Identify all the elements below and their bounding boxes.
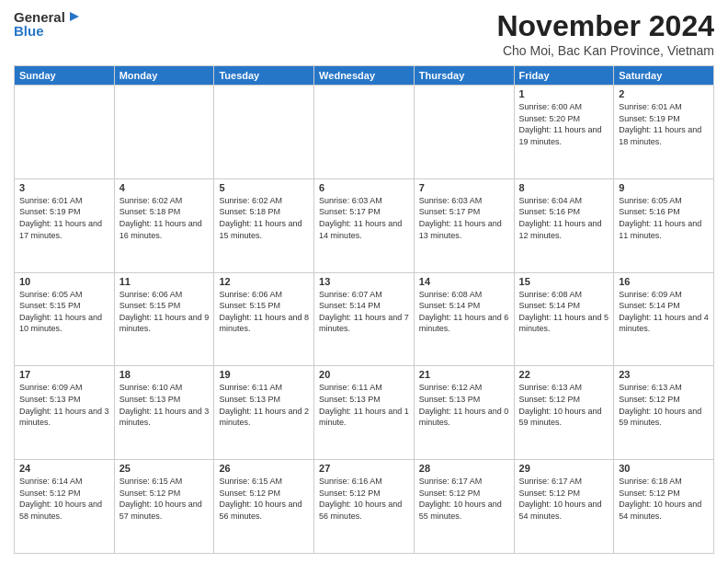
day-number: 29 [519,463,609,474]
calendar-cell: 25Sunrise: 6:15 AMSunset: 5:12 PMDayligh… [114,460,214,554]
day-info-line: Sunset: 5:20 PM [519,113,609,125]
calendar-cell: 12Sunrise: 6:06 AMSunset: 5:15 PMDayligh… [214,272,314,366]
day-number: 2 [619,88,709,99]
day-info-line: Sunrise: 6:11 AM [319,382,409,394]
day-info-line: Sunrise: 6:09 AM [19,382,109,394]
day-number: 24 [19,463,109,474]
day-info-line: Daylight: 10 hours and 54 minutes. [519,499,609,522]
day-info-line: Daylight: 11 hours and 2 minutes. [219,406,309,429]
day-number: 25 [119,463,210,474]
logo: General Blue [14,9,79,40]
day-info-line: Daylight: 10 hours and 58 minutes. [19,499,109,522]
day-info-line: Sunset: 5:17 PM [319,206,409,218]
day-info-line: Sunrise: 6:17 AM [419,476,509,488]
day-info-line: Daylight: 11 hours and 15 minutes. [219,218,309,241]
day-info-line: Sunset: 5:12 PM [519,394,609,406]
day-info-line: Daylight: 11 hours and 3 minutes. [119,406,210,429]
day-info-line: Sunset: 5:12 PM [319,488,409,500]
day-info-line: Sunset: 5:14 PM [519,300,609,312]
calendar-cell [114,86,214,179]
day-info-line: Daylight: 10 hours and 55 minutes. [419,499,509,522]
day-info-line: Sunrise: 6:03 AM [319,195,409,207]
day-info-line: Sunset: 5:16 PM [519,206,609,218]
calendar-cell [414,86,514,179]
calendar-header-wednesday: Wednesday [314,66,415,86]
day-info-line: Daylight: 11 hours and 19 minutes. [519,124,609,147]
day-number: 1 [519,88,609,99]
calendar-cell: 3Sunrise: 6:01 AMSunset: 5:19 PMDaylight… [15,178,115,272]
day-info-line: Daylight: 10 hours and 56 minutes. [319,499,409,522]
title-block: November 2024 Cho Moi, Bac Kan Province,… [496,9,714,58]
day-info-line: Sunset: 5:15 PM [119,300,210,312]
calendar-cell [314,86,415,179]
calendar-cell: 20Sunrise: 6:11 AMSunset: 5:13 PMDayligh… [314,366,415,460]
day-info-line: Sunset: 5:12 PM [119,488,210,500]
day-info-line: Sunrise: 6:04 AM [519,195,609,207]
day-info-line: Daylight: 11 hours and 10 minutes. [19,312,109,335]
calendar-cell: 8Sunrise: 6:04 AMSunset: 5:16 PMDaylight… [514,178,614,272]
calendar-table: SundayMondayTuesdayWednesdayThursdayFrid… [14,65,714,554]
day-number: 27 [319,463,409,474]
day-number: 21 [419,369,509,380]
day-info-line: Daylight: 10 hours and 57 minutes. [119,499,210,522]
day-info-line: Sunrise: 6:16 AM [319,476,409,488]
day-info-line: Sunset: 5:15 PM [219,300,309,312]
day-info-line: Sunrise: 6:13 AM [519,382,609,394]
calendar-cell: 30Sunrise: 6:18 AMSunset: 5:12 PMDayligh… [614,460,714,554]
svg-marker-0 [70,12,79,21]
calendar-cell: 24Sunrise: 6:14 AMSunset: 5:12 PMDayligh… [15,460,115,554]
calendar-cell: 28Sunrise: 6:17 AMSunset: 5:12 PMDayligh… [414,460,514,554]
calendar-week-row: 3Sunrise: 6:01 AMSunset: 5:19 PMDaylight… [15,178,714,272]
day-info-line: Sunrise: 6:08 AM [519,289,609,301]
day-number: 12 [219,276,309,287]
day-number: 9 [619,182,709,193]
calendar-week-row: 24Sunrise: 6:14 AMSunset: 5:12 PMDayligh… [15,460,714,554]
day-info-line: Sunrise: 6:01 AM [19,195,109,207]
day-info-line: Sunset: 5:14 PM [319,300,409,312]
day-info-line: Sunrise: 6:02 AM [119,195,210,207]
day-info-line: Daylight: 10 hours and 54 minutes. [619,499,709,522]
calendar-cell: 21Sunrise: 6:12 AMSunset: 5:13 PMDayligh… [414,366,514,460]
calendar-header-friday: Friday [514,66,614,86]
month-title: November 2024 [496,9,714,43]
day-info-line: Daylight: 11 hours and 4 minutes. [619,312,709,335]
day-info-line: Sunrise: 6:09 AM [619,289,709,301]
calendar-cell: 15Sunrise: 6:08 AMSunset: 5:14 PMDayligh… [514,272,614,366]
page: General Blue November 2024 Cho Moi, Bac … [0,0,728,563]
calendar-cell: 29Sunrise: 6:17 AMSunset: 5:12 PMDayligh… [514,460,614,554]
day-info-line: Sunrise: 6:12 AM [419,382,509,394]
day-info-line: Daylight: 11 hours and 16 minutes. [119,218,210,241]
day-info-line: Daylight: 11 hours and 12 minutes. [519,218,609,241]
calendar-cell: 26Sunrise: 6:15 AMSunset: 5:12 PMDayligh… [214,460,314,554]
day-info-line: Sunset: 5:14 PM [619,300,709,312]
day-info-line: Sunset: 5:13 PM [219,394,309,406]
day-number: 28 [419,463,509,474]
day-info-line: Sunset: 5:18 PM [119,206,210,218]
day-number: 19 [219,369,309,380]
day-info-line: Daylight: 11 hours and 14 minutes. [319,218,409,241]
day-info-line: Daylight: 11 hours and 11 minutes. [619,218,709,241]
day-number: 16 [619,276,709,287]
day-info-line: Sunset: 5:19 PM [19,206,109,218]
day-number: 4 [119,182,210,193]
calendar-cell: 2Sunrise: 6:01 AMSunset: 5:19 PMDaylight… [614,86,714,179]
day-number: 23 [619,369,709,380]
day-info-line: Sunrise: 6:17 AM [519,476,609,488]
calendar-cell: 9Sunrise: 6:05 AMSunset: 5:16 PMDaylight… [614,178,714,272]
calendar-cell: 7Sunrise: 6:03 AMSunset: 5:17 PMDaylight… [414,178,514,272]
day-number: 6 [319,182,409,193]
day-info-line: Daylight: 11 hours and 9 minutes. [119,312,210,335]
calendar-cell [15,86,115,179]
day-info-line: Sunrise: 6:08 AM [419,289,509,301]
day-info-line: Sunrise: 6:01 AM [619,101,709,113]
day-info-line: Daylight: 11 hours and 5 minutes. [519,312,609,335]
calendar-week-row: 17Sunrise: 6:09 AMSunset: 5:13 PMDayligh… [15,366,714,460]
calendar-cell: 11Sunrise: 6:06 AMSunset: 5:15 PMDayligh… [114,272,214,366]
calendar-cell: 23Sunrise: 6:13 AMSunset: 5:12 PMDayligh… [614,366,714,460]
calendar-cell: 1Sunrise: 6:00 AMSunset: 5:20 PMDaylight… [514,86,614,179]
day-info-line: Sunset: 5:17 PM [419,206,509,218]
calendar-cell: 10Sunrise: 6:05 AMSunset: 5:15 PMDayligh… [15,272,115,366]
calendar-header-row: SundayMondayTuesdayWednesdayThursdayFrid… [15,66,714,86]
day-info-line: Sunset: 5:13 PM [19,394,109,406]
day-info-line: Daylight: 11 hours and 7 minutes. [319,312,409,335]
